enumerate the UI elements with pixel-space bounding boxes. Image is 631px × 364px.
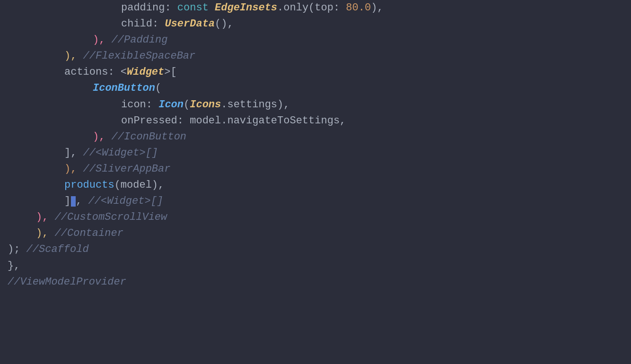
code-line: products(model),: [0, 177, 631, 193]
code-token: 80.0: [346, 0, 371, 16]
code-token: //<Widget>[]: [83, 145, 158, 161]
code-line: ), //Container: [0, 225, 631, 242]
text-cursor: [71, 196, 76, 207]
code-token: padding: [121, 0, 165, 16]
code-token: //Scaffold: [26, 242, 89, 258]
code-token: //ViewModelProvider: [8, 274, 126, 290]
code-token: ),: [93, 32, 112, 48]
code-token: ),: [36, 209, 55, 225]
code-token: icon: [121, 97, 146, 113]
code-line: actions: <Widget>[: [0, 64, 631, 80]
code-token: ],: [64, 145, 83, 161]
code-line: child: UserData(),: [0, 16, 631, 32]
code-token: //CustomScrollView: [55, 209, 167, 225]
code-token: : model.navigateToSettings,: [177, 113, 346, 129]
code-line: //ViewModelProvider: [0, 274, 631, 290]
code-token: //FlexibleSpaceBar: [83, 48, 196, 64]
code-token: IconButton: [93, 80, 155, 96]
code-token: //IconButton: [112, 129, 186, 145]
code-token: //Padding: [112, 32, 168, 48]
code-token: ),: [93, 129, 112, 145]
code-line: ), //FlexibleSpaceBar: [0, 48, 631, 64]
code-token: products: [64, 177, 114, 193]
code-editor: padding: const EdgeInsets.only(top: 80.0…: [0, 0, 631, 364]
code-line: onPressed: model.navigateToSettings,: [0, 113, 631, 129]
code-token: onPressed: [121, 113, 177, 129]
code-token: child: [121, 16, 152, 32]
code-token: EdgeInsets: [215, 0, 277, 16]
code-token: :: [152, 16, 165, 32]
code-token: //Container: [55, 225, 123, 242]
code-line: ); //Scaffold: [0, 242, 631, 258]
code-token: (),: [215, 16, 234, 32]
code-token: //<Widget>[]: [88, 193, 163, 209]
code-token: UserData: [165, 16, 215, 32]
code-token: Icons: [190, 97, 221, 113]
code-token: const: [177, 0, 215, 16]
code-lines: padding: const EdgeInsets.only(top: 80.0…: [0, 0, 631, 290]
code-token: actions: [64, 64, 108, 80]
code-line: icon: Icon(Icons.settings),: [0, 97, 631, 113]
code-token: :: [165, 0, 177, 16]
code-token: ),: [64, 161, 83, 177]
code-token: : <: [108, 64, 127, 80]
code-token: (model),: [114, 177, 165, 193]
code-line: ], //<Widget>[]: [0, 145, 631, 161]
code-line: ), //Padding: [0, 32, 631, 48]
code-token: ),: [64, 48, 83, 64]
code-token: (: [184, 97, 190, 113]
code-line: },: [0, 258, 631, 274]
code-token: .only(top:: [277, 0, 346, 16]
code-token: );: [8, 242, 26, 258]
code-token: ),: [371, 0, 383, 16]
code-token: }: [8, 258, 14, 274]
code-token: >[: [164, 64, 176, 80]
code-token: ,: [76, 193, 88, 209]
code-token: Widget: [127, 64, 164, 80]
code-token: .settings),: [221, 97, 289, 113]
code-line: IconButton(: [0, 80, 631, 96]
code-token: ),: [36, 225, 55, 242]
code-line: ), //CustomScrollView: [0, 209, 631, 225]
code-token: ,: [14, 258, 20, 274]
code-token: Icon: [158, 97, 184, 113]
code-line: ), //SliverAppBar: [0, 161, 631, 177]
code-token: //SliverAppBar: [83, 161, 171, 177]
code-line: ), //IconButton: [0, 129, 631, 145]
code-token: ]: [64, 193, 70, 209]
code-line: ], //<Widget>[]: [0, 193, 631, 209]
code-token: (: [155, 80, 161, 96]
code-token: :: [146, 97, 158, 113]
code-line: padding: const EdgeInsets.only(top: 80.0…: [0, 0, 631, 16]
